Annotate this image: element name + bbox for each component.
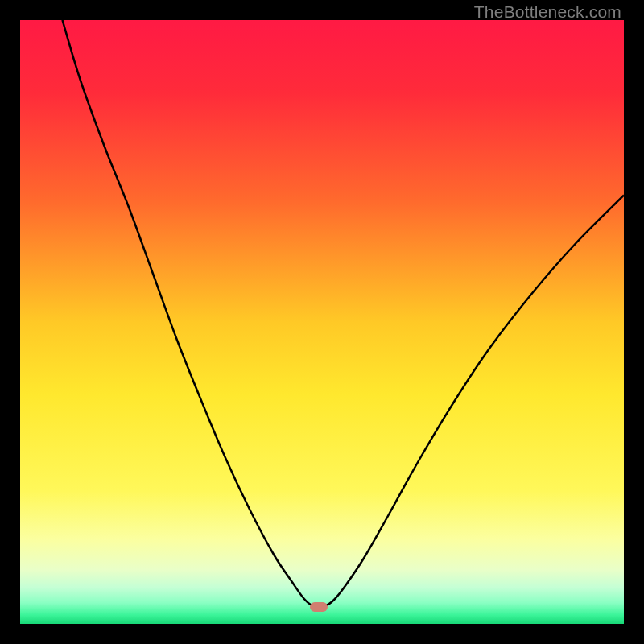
- bottleneck-curve-path: [63, 20, 625, 607]
- plot-area: [20, 20, 624, 624]
- bottleneck-curve: [20, 20, 624, 624]
- watermark-text: TheBottleneck.com: [474, 2, 621, 22]
- optimal-point-marker: [310, 602, 328, 612]
- chart-frame: TheBottleneck.com: [0, 0, 644, 644]
